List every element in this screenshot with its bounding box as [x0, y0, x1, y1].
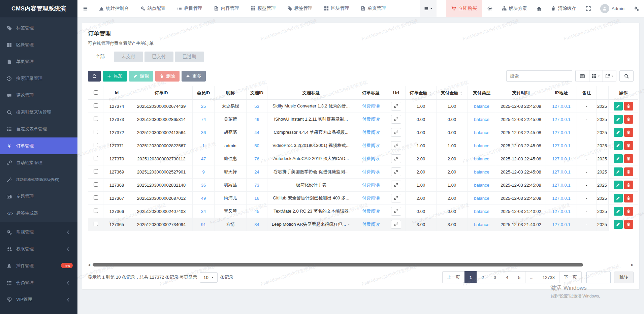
row-delete-button[interactable]	[624, 128, 633, 137]
row-delete-button[interactable]	[624, 141, 633, 150]
page-button-3[interactable]: 3	[489, 271, 501, 283]
sidebar-item[interactable]: 搜索记录管理	[0, 70, 77, 87]
order-title-link[interactable]: 付费阅读	[362, 169, 380, 174]
ip-link[interactable]: 127.0.0.1	[552, 117, 570, 122]
row-edit-button[interactable]	[614, 115, 623, 124]
page-button-2[interactable]: 2	[477, 271, 489, 283]
row-edit-button[interactable]	[614, 102, 623, 111]
pay-type-link[interactable]: balance	[474, 222, 489, 227]
member-id-link[interactable]: 25	[201, 104, 206, 109]
pay-type-link[interactable]: balance	[474, 183, 489, 188]
ip-link[interactable]: 127.0.0.1	[552, 130, 570, 135]
ip-link[interactable]: 127.0.0.1	[552, 196, 570, 201]
member-id-link[interactable]: 74	[201, 117, 206, 122]
order-title-link[interactable]: 付费阅读	[362, 182, 380, 187]
row-delete-button[interactable]	[624, 207, 633, 216]
doc-id-link[interactable]: 44	[254, 130, 259, 135]
url-button[interactable]	[391, 220, 401, 229]
nav-item-gears[interactable]: 站点配置	[135, 0, 171, 17]
columns-button[interactable]	[589, 70, 603, 82]
more-button[interactable]: 更多	[182, 71, 206, 82]
row-checkbox[interactable]	[94, 195, 98, 200]
member-id-link[interactable]: 47	[201, 156, 206, 161]
nav-shortcut-dropdown[interactable]	[420, 0, 437, 17]
member-id-link[interactable]: 36	[201, 183, 206, 188]
url-button[interactable]	[391, 194, 401, 202]
app-logo[interactable]: CMS内容管理系统演	[0, 0, 77, 17]
ip-link[interactable]: 127.0.0.1	[552, 183, 570, 188]
scrollbar-thumb[interactable]	[93, 263, 583, 266]
nav-item-list[interactable]: 栏目管理	[171, 0, 208, 17]
page-prev-button[interactable]: 上一页	[442, 271, 465, 283]
settings-button[interactable]	[629, 0, 644, 17]
nav-item-th[interactable]: 模型管理	[245, 0, 282, 17]
page-button-12738[interactable]: 12738	[538, 271, 559, 283]
scroll-right-arrow[interactable]: ▶	[631, 263, 634, 267]
url-button[interactable]	[391, 181, 401, 189]
doc-id-link[interactable]: 76	[254, 156, 259, 161]
column-header-order-amount[interactable]: 订单金额	[406, 86, 437, 100]
doc-id-link[interactable]: 73	[254, 183, 259, 188]
row-edit-button[interactable]	[614, 128, 623, 137]
search-button[interactable]	[619, 70, 634, 82]
url-button[interactable]	[391, 154, 401, 163]
order-title-link[interactable]: 付费阅读	[362, 209, 380, 214]
row-edit-button[interactable]	[614, 154, 623, 163]
sidebar-item[interactable]: 标签管理	[0, 20, 77, 36]
sidebar-item[interactable]: ¥订单管理	[0, 137, 77, 154]
row-edit-button[interactable]	[614, 181, 623, 189]
order-title-link[interactable]: 付费阅读	[362, 130, 380, 135]
doc-id-link[interactable]: 34	[254, 222, 259, 227]
ip-link[interactable]: 127.0.0.1	[552, 104, 570, 109]
theme-toggle-button[interactable]	[482, 0, 497, 17]
url-button[interactable]	[391, 128, 401, 137]
row-delete-button[interactable]	[624, 115, 633, 124]
edit-button[interactable]: 编辑	[129, 71, 153, 82]
search-input[interactable]	[506, 70, 572, 82]
ip-link[interactable]: 127.0.0.1	[552, 209, 570, 214]
filter-tab[interactable]: 已支付	[144, 52, 174, 62]
sidebar-item[interactable]: </>标签生成器	[0, 205, 77, 222]
jump-page-input[interactable]	[586, 272, 611, 283]
row-checkbox[interactable]	[94, 143, 98, 147]
row-edit-button[interactable]	[614, 167, 623, 176]
sidebar-item[interactable]: 自定义表单管理	[0, 121, 77, 137]
ip-link[interactable]: 127.0.0.1	[552, 222, 570, 227]
sidebar-toggle[interactable]	[77, 0, 93, 17]
doc-id-link[interactable]: 45	[254, 209, 259, 214]
member-id-link[interactable]: 49	[201, 196, 206, 201]
row-checkbox[interactable]	[94, 103, 98, 108]
export-button[interactable]	[603, 70, 616, 82]
home-button[interactable]	[532, 0, 547, 17]
sidebar-item[interactable]: 权限管理	[0, 241, 77, 257]
row-checkbox[interactable]	[94, 130, 98, 134]
refresh-button[interactable]	[88, 71, 101, 82]
sidebar-item[interactable]: 评论管理	[0, 87, 77, 104]
solution-link[interactable]: 解决方案	[497, 0, 532, 17]
order-title-link[interactable]: 付费阅读	[362, 143, 380, 148]
doc-id-link[interactable]: 53	[254, 104, 259, 109]
doc-id-link[interactable]: 50	[254, 143, 259, 148]
nav-item-tag[interactable]: 标签管理	[282, 0, 318, 17]
filter-tab[interactable]: 已过期	[175, 52, 204, 62]
order-title-link[interactable]: 付费阅读	[362, 195, 380, 200]
url-button[interactable]	[391, 207, 401, 216]
pay-type-link[interactable]: balance	[474, 117, 489, 122]
ip-link[interactable]: 127.0.0.1	[552, 156, 570, 161]
pay-type-link[interactable]: balance	[474, 104, 489, 109]
ip-link[interactable]: 127.0.0.1	[552, 143, 570, 148]
doc-id-link[interactable]: 16	[254, 196, 259, 201]
row-delete-button[interactable]	[624, 102, 633, 111]
detail-view-button[interactable]	[576, 70, 589, 82]
row-delete-button[interactable]	[624, 220, 633, 229]
doc-id-link[interactable]: 24	[254, 169, 259, 175]
order-title-link[interactable]: 付费阅读	[362, 103, 380, 108]
pay-type-link[interactable]: balance	[474, 143, 489, 148]
horizontal-scrollbar[interactable]: ◀ ▶	[88, 263, 634, 267]
fullscreen-button[interactable]	[581, 0, 596, 17]
row-checkbox[interactable]	[94, 169, 98, 174]
url-button[interactable]	[391, 167, 401, 176]
column-header-pay-amount[interactable]: 支付金额	[437, 86, 468, 100]
page-ellipsis[interactable]: ...	[525, 271, 538, 283]
row-edit-button[interactable]	[614, 220, 623, 229]
